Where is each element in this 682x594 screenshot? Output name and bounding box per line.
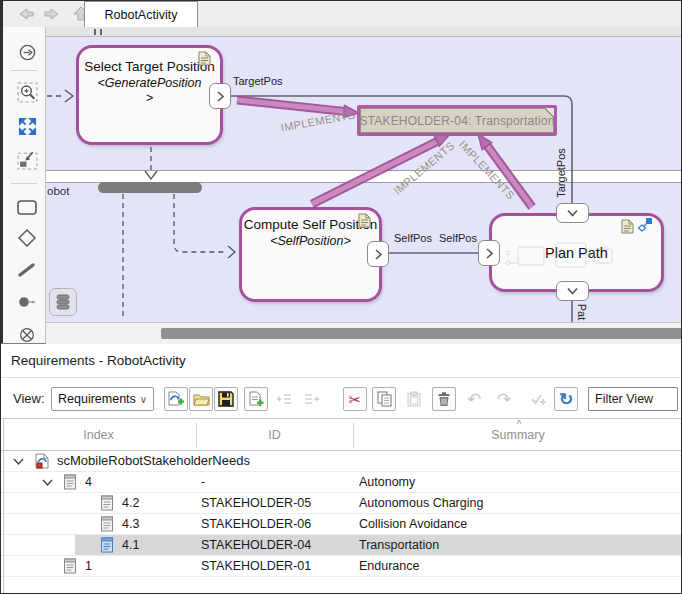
behavior-link-badge-icon[interactable] (638, 217, 653, 233)
subsystem-preview-icon (504, 241, 614, 277)
forward-button[interactable] (41, 4, 65, 23)
column-header-index[interactable]: Index (1, 428, 196, 442)
delete-button[interactable] (432, 387, 456, 411)
signal-label-targetpos: TargetPos (233, 75, 283, 87)
table-row[interactable]: 4.2 STAKEHOLDER-05 Autonomous Charging (1, 493, 682, 514)
floppy-disk-icon (218, 391, 234, 407)
tab-bar: RobotActivity (1, 1, 682, 28)
final-node-icon (18, 326, 36, 344)
requirement-annotation-text: STAKEHOLDER-04: Transportation (360, 108, 554, 133)
check-plus-icon (530, 392, 546, 407)
view-dropdown-value: Requirements (58, 392, 136, 406)
output-port-selfpos[interactable] (367, 241, 389, 267)
step-in-button[interactable] (16, 41, 38, 63)
cell-index: 4.2 (122, 493, 139, 513)
cell-id: STAKEHOLDER-05 (201, 493, 311, 513)
tab-robotactivity[interactable]: RobotActivity (84, 1, 198, 27)
view-dropdown[interactable]: Requirements ∨ (51, 387, 154, 411)
signal-label-path-vertical: Pat (576, 304, 588, 321)
document-badge-icon[interactable] (198, 51, 211, 66)
junction-tool-button[interactable] (16, 227, 38, 249)
zoom-to-region-button[interactable] (16, 148, 38, 170)
column-divider[interactable] (353, 423, 354, 448)
requirement-icon (63, 558, 77, 574)
column-header-id[interactable]: ID (196, 428, 353, 442)
table-row[interactable]: 4.3 STAKEHOLDER-06 Collision Avoidance (1, 514, 682, 535)
cell-id: STAKEHOLDER-04 (201, 535, 311, 555)
output-port-targetpos[interactable] (209, 83, 231, 109)
cell-summary: Collision Avoidance (359, 514, 467, 534)
copy-button[interactable] (372, 387, 396, 411)
document-badge-icon[interactable] (621, 219, 634, 234)
new-requirement-set-button[interactable] (164, 387, 188, 411)
table-row[interactable]: 4 - Autonomy (1, 472, 682, 493)
cell-summary: Autonomous Charging (359, 493, 483, 513)
initial-node-tool-button[interactable] (16, 291, 38, 313)
folder-icon (193, 392, 210, 406)
data-overlay-button[interactable] (49, 288, 77, 316)
cell-index: 4 (85, 472, 92, 492)
chevron-down-icon (566, 208, 579, 218)
zoom-select-button[interactable] (16, 81, 38, 103)
column-header-summary[interactable]: Summary (353, 428, 682, 442)
requirement-annotation[interactable]: STAKEHOLDER-04: Transportation (357, 105, 557, 136)
table-row-requirement-set[interactable]: scMobileRobotStakeholderNeeds (1, 451, 682, 472)
requirement-icon (100, 495, 114, 511)
requirement-set-icon (34, 453, 50, 470)
table-row-selected[interactable]: 4.1 STAKEHOLDER-04 Transportation (1, 535, 682, 556)
cell-index: scMobileRobotStakeholderNeeds (57, 451, 250, 471)
demote-requirement-button[interactable] (300, 387, 324, 411)
rectangle-icon (16, 199, 38, 217)
redo-button[interactable]: ↷ (492, 387, 516, 411)
input-port-targetpos[interactable] (556, 203, 589, 223)
canvas-top-strip (46, 27, 682, 37)
chevron-down-icon[interactable] (13, 457, 24, 466)
diamond-icon (17, 228, 37, 248)
cell-index: 4.1 (122, 535, 139, 555)
clipped-diagram-fragment (94, 29, 96, 35)
scrollbar-thumb[interactable] (161, 328, 682, 339)
document-badge-icon[interactable] (358, 213, 371, 228)
fit-to-view-button[interactable] (16, 115, 38, 137)
input-port-selfpos[interactable] (478, 240, 500, 266)
window-edge (1, 1, 3, 344)
chevron-right-icon (215, 90, 225, 103)
transition-tool-button[interactable] (16, 259, 38, 281)
table-row[interactable]: 1 STAKEHOLDER-01 Endurance (1, 556, 682, 577)
paste-button[interactable] (402, 387, 426, 411)
back-button[interactable] (13, 4, 37, 23)
add-requirement-button[interactable] (244, 387, 268, 411)
tab-label: RobotActivity (105, 8, 178, 22)
chevron-right-icon (484, 247, 494, 260)
cut-button[interactable]: ✂ (343, 387, 367, 411)
column-divider[interactable] (196, 423, 197, 448)
requirement-icon (63, 474, 77, 490)
arrow-left-icon (13, 5, 37, 23)
circle-arrow-right-icon (18, 43, 37, 62)
horizontal-scrollbar[interactable] (46, 322, 682, 344)
refresh-button[interactable]: ↻ (554, 387, 578, 411)
requirements-panel-header: Requirements - RobotActivity (1, 344, 682, 378)
requirement-icon-selected (100, 537, 114, 553)
cell-id: STAKEHOLDER-06 (201, 514, 311, 534)
view-label: View: (13, 391, 45, 406)
initial-node-icon (17, 295, 37, 309)
save-button[interactable] (214, 387, 238, 411)
state-tool-button[interactable] (16, 197, 38, 219)
filter-view-input[interactable] (588, 387, 678, 411)
copy-icon (377, 391, 392, 407)
add-link-button[interactable] (526, 387, 550, 411)
undo-button[interactable]: ↶ (462, 387, 486, 411)
cell-index: 1 (85, 556, 92, 576)
chevron-right-icon (373, 248, 383, 261)
swimlane-label: obot (47, 185, 69, 197)
chevron-down-icon[interactable] (42, 478, 53, 487)
sort-ascending-icon: ^ (509, 419, 529, 430)
redo-icon: ↷ (497, 391, 511, 408)
promote-requirement-button[interactable] (272, 387, 296, 411)
new-requirement-set-icon (168, 391, 185, 408)
cell-summary: Autonomy (359, 472, 415, 492)
output-port-path[interactable] (556, 281, 589, 301)
block-stereotype: <SelfPosition> (242, 234, 379, 249)
open-button[interactable] (189, 387, 213, 411)
